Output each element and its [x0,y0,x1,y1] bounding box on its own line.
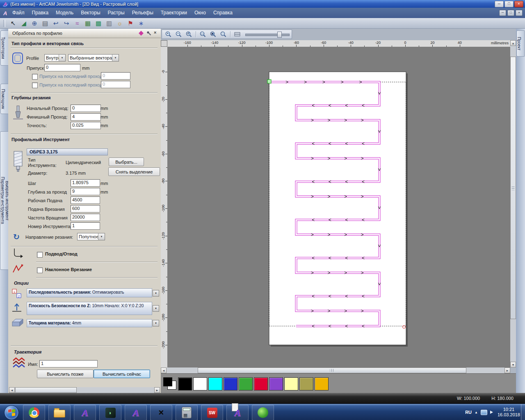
menu-item-6[interactable]: Траектории [157,8,191,18]
colour-swatch-2[interactable] [208,377,222,390]
dark-app-taskbar-button[interactable]: ◗ [99,405,121,420]
leaf-app-taskbar-button[interactable] [252,405,274,420]
stepdown-input[interactable]: 9 [71,188,100,195]
toolpath-name-input[interactable]: 1 [39,360,98,368]
calculator-taskbar-button[interactable]: ▦ [176,405,198,420]
brush-icon[interactable] [139,31,144,36]
last-pass-input-1[interactable]: 0 [101,72,130,80]
material-thickness-expand-icon[interactable] [153,320,159,326]
artcam-1-taskbar-button[interactable]: A [74,405,96,420]
safe-z-expand-icon[interactable] [153,305,159,312]
menu-item-8[interactable]: Справка [210,8,236,18]
colour-swatch-5[interactable] [254,377,268,390]
left-tab-0[interactable]: Траектории [0,30,9,66]
grid-button[interactable]: ▦ [82,18,93,28]
toolbar-grip[interactable] [3,20,5,27]
snap-button[interactable]: ⊕ [29,18,40,28]
tool-name-bar[interactable]: ОБРЕЗ 3,175 [27,148,108,155]
zoom-window-button[interactable]: ▭ [198,30,208,39]
select-cursor-button[interactable]: ↖ [8,18,18,28]
feed-rate-input[interactable]: 4500 [71,196,100,204]
menu-item-5[interactable]: Рельефы [128,8,157,18]
pin-icon[interactable] [146,31,151,36]
select-tool-button[interactable]: Выбрать... [109,158,144,166]
menu-item-3[interactable]: Векторы [77,8,104,18]
zoom-objects-button[interactable]: ▣ [208,30,218,39]
cut-sequence-expand-icon[interactable] [153,290,159,297]
flag-button[interactable]: ⚑ [125,18,136,28]
measure-button[interactable]: ◢ [18,18,29,28]
zoom-slider-thumb[interactable] [277,32,282,38]
plunge-rate-input[interactable]: 600 [71,205,100,212]
solidworks-taskbar-button[interactable]: SW [201,405,223,420]
mdi-close-button[interactable]: × [516,10,523,16]
chevron-down-icon[interactable] [112,55,119,61]
menu-item-2[interactable]: Модель [52,8,77,18]
menu-item-1[interactable]: Правка [28,8,52,18]
colour-swatch-7[interactable] [284,377,298,390]
tray-expand-icon[interactable]: ▲ [475,411,478,414]
chevron-down-icon[interactable] [98,233,105,240]
scroll-right-icon[interactable] [504,368,510,373]
restore-button[interactable]: □ [504,1,514,7]
close-button[interactable]: × [514,1,523,7]
scroll-right-icon[interactable] [154,387,160,393]
menu-item-0[interactable]: Файл [9,8,28,18]
profile-direction-select[interactable]: Внутрь [44,54,66,62]
calculate-later-button[interactable]: Вычислить позже [37,370,94,378]
scroll-left-icon[interactable] [161,368,167,373]
vectors-select[interactable]: Выбранные вектора [68,54,119,62]
minimize-button[interactable]: ─ [495,1,504,7]
safe-z-bar[interactable]: Плоскость Безопасности по Z: 10mm Начало… [27,302,152,315]
language-indicator[interactable]: RU [465,410,472,415]
clock[interactable]: 10:21 16.03.2018 [498,407,520,418]
redo-button[interactable]: ↪ [61,18,72,28]
cut-sequence-bar[interactable]: Последовательность резания: Оптимизирова… [27,288,152,297]
drawing-area[interactable] [167,47,510,368]
deselect-button[interactable]: Снять выделение [108,167,160,176]
scrollbar-thumb[interactable] [198,368,466,373]
colour-swatch-4[interactable] [239,377,253,390]
spindle-speed-input[interactable]: 20000 [71,214,100,221]
lead-in-out-checkbox[interactable] [37,252,43,258]
start-button[interactable] [4,405,19,420]
colour-swatch-3[interactable] [224,377,237,390]
last-pass-checkbox-1[interactable] [32,74,38,80]
calculate-now-button[interactable]: Вычислить сейчас [94,370,150,378]
print-button[interactable]: ▤ [40,18,50,28]
allowance-input[interactable]: 0 [44,64,80,71]
panel-scrollbar[interactable] [9,387,160,393]
scrollbar-thumb[interactable] [510,57,516,319]
volume-tray-icon[interactable] [490,411,495,414]
scrollbar-thumb[interactable] [15,387,77,393]
colour-swatch-8[interactable] [299,377,313,390]
artcam-3-taskbar-button[interactable]: A [226,405,249,420]
chrome-taskbar-button[interactable] [23,405,45,420]
material-thickness-bar[interactable]: Толщина материала: 4mm [27,319,152,327]
artcam-2-taskbar-button[interactable]: A [125,405,147,420]
canvas-hscrollbar[interactable] [161,368,510,373]
undo-button[interactable]: ↩ [50,18,61,28]
last-pass-checkbox-2[interactable] [32,82,38,88]
scroll-down-icon[interactable] [510,362,516,368]
zoom-page-button[interactable]: □ [219,30,228,39]
vector-tools-button[interactable]: ≈ [72,18,82,28]
drawing-canvas[interactable] [167,47,510,368]
toolpath-start-marker[interactable] [267,80,271,83]
left-tab-1[interactable]: Помощник [0,84,9,114]
chevron-down-icon[interactable] [59,55,65,61]
zoom-slider[interactable] [245,31,289,38]
ramp-checkbox[interactable] [37,267,43,273]
zoom-out-button[interactable]: − [174,30,183,39]
colour-swatch-6[interactable] [269,377,283,390]
finish-depth-input[interactable]: 4 [71,113,101,121]
zoom-in-button[interactable]: + [164,30,173,39]
scroll-left-icon[interactable] [9,387,15,393]
zoom-previous-button[interactable]: ↺ [184,30,194,39]
explorer-taskbar-button[interactable] [48,405,71,420]
mdi-restore-button[interactable]: □ [507,10,514,16]
canvas-vscrollbar[interactable] [510,40,516,368]
colour-swatch-0[interactable] [178,377,192,390]
close-panel-icon[interactable]: × [154,30,156,35]
stepover-input[interactable]: 1.80975 [71,179,100,187]
